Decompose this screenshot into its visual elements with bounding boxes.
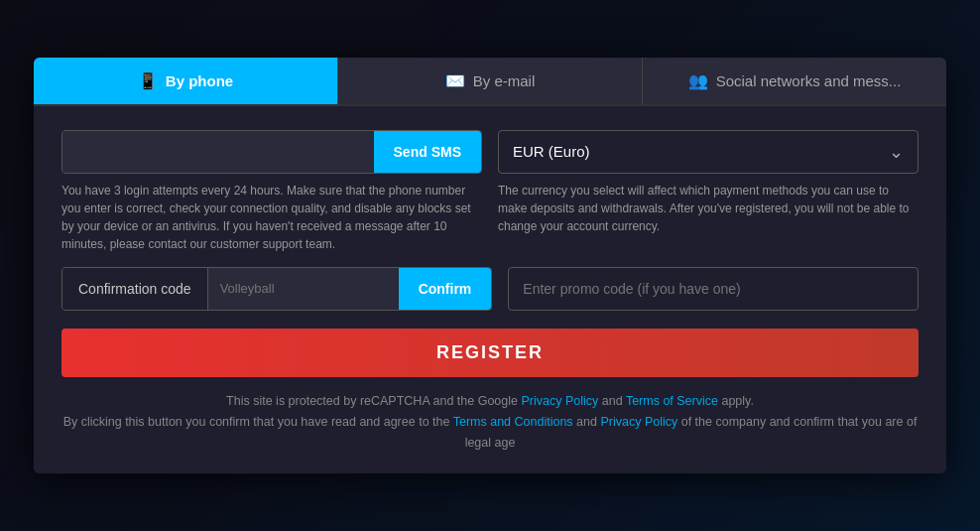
send-sms-button[interactable]: Send SMS <box>374 131 481 173</box>
middle-row: Confirmation code Confirm <box>61 267 919 311</box>
terms-of-service-link[interactable]: Terms of Service <box>626 394 718 408</box>
phone-col: Send SMS You have 3 login attempts every… <box>61 130 482 253</box>
phone-icon: 📱 <box>138 71 158 90</box>
tab-email-label: By e-mail <box>473 72 536 89</box>
privacy-policy-link-2[interactable]: Privacy Policy <box>600 415 677 429</box>
currency-select[interactable]: EUR (Euro) ⌄ <box>498 130 919 174</box>
tab-social[interactable]: 👥 Social networks and mess... <box>643 58 946 104</box>
chevron-down-icon: ⌄ <box>889 141 904 163</box>
confirm-button[interactable]: Confirm <box>399 268 492 310</box>
confirmation-code-label: Confirmation code <box>62 268 208 310</box>
promo-col <box>508 267 919 311</box>
tab-bar: 📱 By phone ✉️ By e-mail 👥 Social network… <box>34 58 946 106</box>
confirmation-code-input[interactable] <box>208 268 399 310</box>
tab-phone[interactable]: 📱 By phone <box>34 58 338 104</box>
terms-conditions-link[interactable]: Terms and Conditions <box>453 415 573 429</box>
phone-info-text: You have 3 login attempts every 24 hours… <box>61 182 482 253</box>
confirmation-row: Confirmation code Confirm <box>61 267 492 311</box>
phone-input-row: Send SMS <box>61 130 482 174</box>
confirm-col: Confirmation code Confirm <box>61 267 492 311</box>
tab-phone-label: By phone <box>166 72 233 89</box>
currency-label: EUR (Euro) <box>513 143 590 160</box>
registration-modal: 📱 By phone ✉️ By e-mail 👥 Social network… <box>34 58 946 474</box>
recaptcha-line: This site is protected by reCAPTCHA and … <box>61 391 919 412</box>
currency-info-text: The currency you select will affect whic… <box>498 182 919 235</box>
modal-wrapper: 📱 By phone ✉️ By e-mail 👥 Social network… <box>0 0 980 531</box>
tab-email[interactable]: ✉️ By e-mail <box>338 58 643 104</box>
register-button[interactable]: REGISTER <box>61 329 919 377</box>
tab-social-label: Social networks and mess... <box>716 72 902 89</box>
social-icon: 👥 <box>688 71 708 90</box>
phone-input[interactable] <box>62 131 374 173</box>
footer-text: This site is protected by reCAPTCHA and … <box>61 391 919 455</box>
privacy-policy-link[interactable]: Privacy Policy <box>521 394 598 408</box>
email-icon: ✉️ <box>445 71 465 90</box>
modal-body: Send SMS You have 3 login attempts every… <box>34 106 946 474</box>
promo-input-wrapper <box>508 267 919 311</box>
agree-line: By clicking this button you confirm that… <box>61 412 919 455</box>
top-row: Send SMS You have 3 login attempts every… <box>61 130 919 253</box>
currency-col: EUR (Euro) ⌄ The currency you select wil… <box>498 130 919 253</box>
promo-code-input[interactable] <box>523 281 904 297</box>
